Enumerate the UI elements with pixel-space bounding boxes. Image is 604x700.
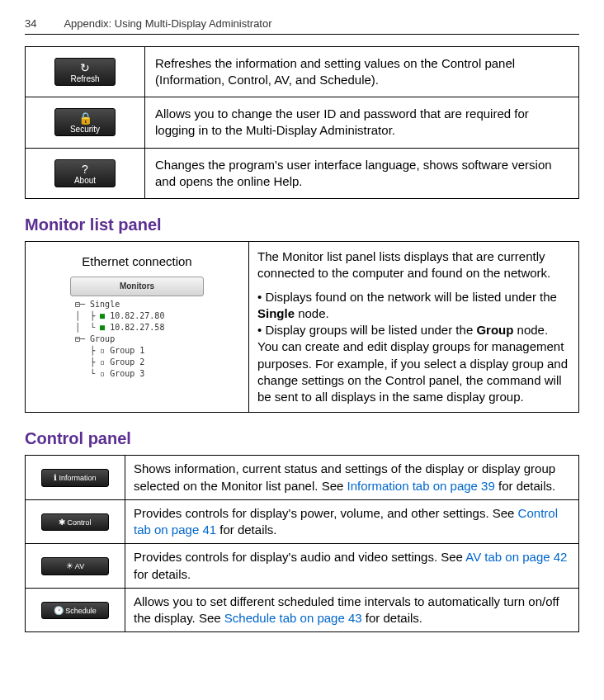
refresh-icon: ↻ — [55, 62, 115, 73]
monitor-tree-cell: Ethernet connection Monitors ⊟─ Single │… — [26, 242, 249, 413]
refresh-cell: ↻ Refresh — [26, 46, 145, 97]
toolbar-description-table: ↻ Refresh Refreshes the information and … — [25, 46, 579, 200]
control-description: Provides controls for display's power, v… — [125, 499, 579, 544]
av-tab-cell: ☀AV — [26, 544, 125, 589]
schedule-tab-button[interactable]: 🕑Schedule — [41, 602, 109, 620]
control-tab-cell: ✱Control — [26, 499, 125, 544]
refresh-button[interactable]: ↻ Refresh — [54, 58, 116, 86]
av-tab-button[interactable]: ☀AV — [41, 557, 109, 575]
monitor-intro: The Monitor list panel lists displays th… — [257, 248, 570, 282]
tree-group1[interactable]: Group 1 — [110, 346, 144, 355]
monitor-tree[interactable]: ⊟─ Single │ ├ ■ 10.82.27.80 │ └ ■ 10.82.… — [70, 299, 204, 380]
av-description: Provides controls for display's audio an… — [125, 544, 579, 589]
about-cell: ? About — [26, 148, 145, 199]
tree-group3[interactable]: Group 3 — [110, 369, 144, 378]
tree-single[interactable]: Single — [90, 300, 120, 309]
about-label: About — [74, 176, 96, 185]
tree-ip2[interactable]: 10.82.27.58 — [110, 323, 164, 332]
schedule-tab-cell: 🕑Schedule — [26, 588, 125, 632]
refresh-description: Refreshes the information and setting va… — [145, 46, 579, 97]
av-link[interactable]: AV tab on page 42 — [465, 550, 567, 564]
monitor-list-heading: Monitor list panel — [25, 214, 579, 236]
security-cell: 🔒 Security — [26, 97, 145, 149]
schedule-description: Allows you to set different scheduled ti… — [125, 588, 579, 632]
about-description: Changes the program's user interface lan… — [145, 148, 579, 199]
information-link[interactable]: Information tab on page 39 — [347, 479, 495, 493]
gear-icon: ✱ — [59, 518, 65, 527]
lock-icon: 🔒 — [55, 112, 115, 124]
control-panel-heading: Control panel — [25, 428, 579, 450]
tree-group2[interactable]: Group 2 — [110, 357, 144, 367]
ethernet-label: Ethernet connection — [34, 253, 240, 270]
security-button[interactable]: 🔒 Security — [54, 108, 116, 136]
refresh-label: Refresh — [70, 74, 99, 83]
schedule-link[interactable]: Schedule tab on page 43 — [224, 611, 362, 625]
header-title: Appendix: Using Multi-Display Administra… — [64, 17, 271, 30]
info-icon: ℹ — [54, 473, 57, 482]
information-description: Shows information, current status and se… — [125, 456, 579, 500]
question-icon: ? — [55, 163, 115, 175]
information-tab-button[interactable]: ℹInformation — [41, 469, 109, 487]
about-button[interactable]: ? About — [54, 159, 116, 187]
monitor-description-cell: The Monitor list panel lists displays th… — [249, 242, 579, 413]
tree-group[interactable]: Group — [90, 334, 115, 343]
monitor-list-table: Ethernet connection Monitors ⊟─ Single │… — [25, 241, 579, 413]
monitors-header[interactable]: Monitors — [70, 277, 204, 296]
page-header: 34 Appendix: Using Multi-Display Adminis… — [25, 17, 579, 35]
monitor-bullet2: • Display groups will be listed under th… — [257, 322, 570, 405]
control-tab-button[interactable]: ✱Control — [41, 513, 109, 532]
information-tab-cell: ℹInformation — [26, 456, 125, 500]
page-number: 34 — [25, 17, 36, 31]
tree-ip1[interactable]: 10.82.27.80 — [110, 311, 164, 320]
monitors-box: Monitors ⊟─ Single │ ├ ■ 10.82.27.80 │ └… — [70, 277, 204, 380]
sun-icon: ☀ — [66, 561, 73, 570]
security-description: Allows you to change the user ID and pas… — [145, 97, 579, 149]
status-icon: ■ — [100, 323, 105, 332]
clock-icon: 🕑 — [54, 606, 64, 615]
status-icon: ■ — [100, 311, 105, 320]
monitor-bullet1: • Displays found on the network will be … — [257, 289, 570, 323]
security-label: Security — [70, 125, 100, 134]
control-panel-table: ℹInformation Shows information, current … — [25, 455, 579, 632]
